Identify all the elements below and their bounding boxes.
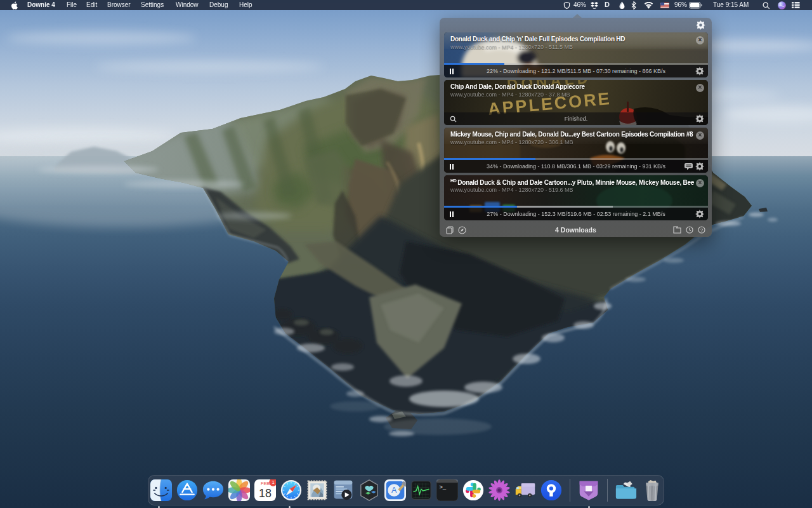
svg-text:FEB: FEB bbox=[261, 481, 270, 486]
svg-text:18: 18 bbox=[259, 487, 272, 500]
svg-text:>_: >_ bbox=[439, 485, 446, 491]
svg-text:1: 1 bbox=[272, 479, 274, 485]
svg-text:A: A bbox=[391, 486, 397, 495]
